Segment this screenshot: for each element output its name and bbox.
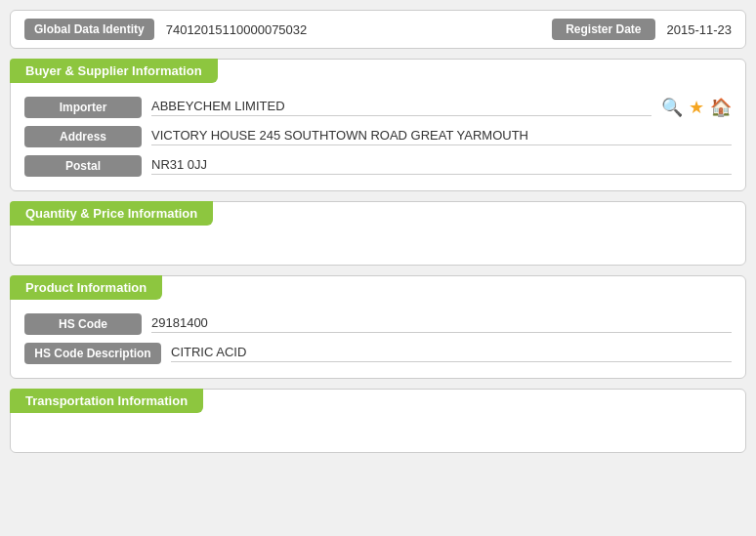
quantity-price-empty bbox=[11, 235, 745, 255]
importer-icons: 🔍 ★ 🏠 bbox=[661, 97, 732, 118]
importer-value: ABBEYCHEM LIMITED bbox=[151, 99, 651, 116]
home-icon[interactable]: 🏠 bbox=[710, 97, 732, 118]
top-bar: Global Data Identity 7401201511000007503… bbox=[10, 10, 746, 49]
postal-row: Postal NR31 0JJ bbox=[11, 151, 745, 181]
hs-code-row: HS Code 29181400 bbox=[11, 309, 745, 339]
hs-code-desc-value: CITRIC ACID bbox=[171, 345, 732, 362]
address-row: Address VICTORY HOUSE 245 SOUTHTOWN ROAD… bbox=[11, 122, 745, 151]
buyer-supplier-header: Buyer & Supplier Information bbox=[10, 59, 218, 83]
product-header: Product Information bbox=[10, 275, 162, 300]
address-label: Address bbox=[24, 126, 142, 147]
gdi-label: Global Data Identity bbox=[24, 19, 154, 40]
hs-code-desc-label: HS Code Description bbox=[24, 343, 161, 364]
register-date-button[interactable]: Register Date bbox=[552, 19, 654, 40]
postal-value: NR31 0JJ bbox=[151, 157, 732, 175]
transportation-header: Transportation Information bbox=[10, 389, 203, 413]
postal-label: Postal bbox=[24, 155, 142, 177]
transportation-empty bbox=[11, 423, 745, 442]
hs-code-desc-row: HS Code Description CITRIC ACID bbox=[11, 339, 745, 368]
gdi-value: 74012015110000075032 bbox=[166, 22, 308, 37]
star-icon[interactable]: ★ bbox=[689, 97, 704, 118]
quantity-price-header: Quantity & Price Information bbox=[10, 201, 213, 226]
product-section: Product Information HS Code 29181400 HS … bbox=[10, 275, 746, 379]
buyer-supplier-section: Buyer & Supplier Information Importer AB… bbox=[10, 59, 746, 191]
address-value: VICTORY HOUSE 245 SOUTHTOWN ROAD GREAT Y… bbox=[151, 128, 732, 145]
transportation-section: Transportation Information bbox=[10, 389, 746, 453]
hs-code-value: 29181400 bbox=[151, 315, 732, 333]
importer-label: Importer bbox=[24, 97, 142, 118]
hs-code-label: HS Code bbox=[24, 313, 142, 335]
importer-row: Importer ABBEYCHEM LIMITED 🔍 ★ 🏠 bbox=[11, 93, 745, 122]
quantity-price-section: Quantity & Price Information bbox=[10, 201, 746, 266]
search-icon[interactable]: 🔍 bbox=[661, 97, 683, 118]
register-date-value: 2015-11-23 bbox=[667, 22, 733, 37]
